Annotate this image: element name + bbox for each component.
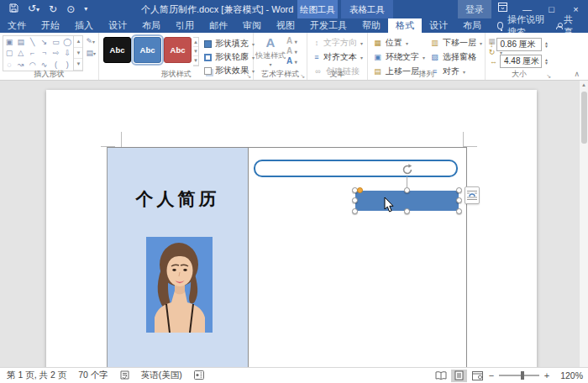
zoom-slider[interactable] xyxy=(499,375,539,376)
shape-item[interactable]: ⇨ xyxy=(50,48,62,60)
zoom-slider-thumb[interactable] xyxy=(521,371,524,380)
tab-references[interactable]: 引用 xyxy=(168,18,202,33)
shape-style-red[interactable]: Abc xyxy=(164,37,192,63)
web-layout-icon[interactable] xyxy=(470,370,486,382)
save-icon[interactable] xyxy=(9,0,18,18)
scroll-down-icon[interactable]: ▼ xyxy=(193,47,198,56)
macro-recording-icon[interactable] xyxy=(194,370,203,380)
resume-table[interactable]: 个人简历 xyxy=(107,147,467,367)
scroll-down-icon[interactable]: ▼ xyxy=(74,48,82,60)
resize-handle[interactable] xyxy=(456,187,462,193)
zoom-in-button[interactable]: + xyxy=(541,370,553,380)
resume-content-cell[interactable] xyxy=(249,148,466,367)
dialog-launcher-icon[interactable]: ↘ xyxy=(300,73,305,80)
share-button[interactable]: 共享 xyxy=(556,18,588,33)
tab-home[interactable]: 开始 xyxy=(34,18,67,33)
sign-in-button[interactable]: 登录 xyxy=(458,0,491,18)
shape-style-blue-selected[interactable]: Abc xyxy=(134,37,161,63)
rounded-rectangle-shape[interactable] xyxy=(254,160,458,177)
scroll-up-icon[interactable]: ▲ xyxy=(580,81,588,90)
group-text: ↕文字方向▾ ≡对齐文本▾ ∞创建链接 文本 xyxy=(307,33,368,80)
text-outline-button[interactable]: A ▾ xyxy=(286,46,297,55)
tab-review[interactable]: 审阅 xyxy=(235,18,269,33)
shape-height-input[interactable]: 0.86 厘米 xyxy=(496,38,543,51)
tab-help[interactable]: 帮助 xyxy=(354,18,388,33)
align-text-button[interactable]: ≡对齐文本▾ xyxy=(313,51,363,63)
gallery-more-icon[interactable]: ▼ xyxy=(193,56,198,66)
id-photo[interactable] xyxy=(146,237,213,333)
shape-fill-button[interactable]: 形状填充▾ xyxy=(204,38,255,50)
touch-mouse-mode-icon[interactable]: ⊙ xyxy=(66,0,75,18)
scroll-up-icon[interactable]: ▲ xyxy=(74,36,82,48)
resume-sidebar-cell[interactable]: 个人简历 xyxy=(108,148,249,367)
tab-insert[interactable]: 插入 xyxy=(67,18,101,33)
text-box-icon[interactable]: ▤▾ xyxy=(86,49,96,57)
customize-qat-icon[interactable]: ▾ xyxy=(84,0,87,18)
tab-layout[interactable]: 布局 xyxy=(134,18,168,33)
shape-outline-icon xyxy=(204,54,212,61)
shape-item[interactable]: ▣ xyxy=(3,36,15,48)
width-spinner[interactable]: ▲▼ xyxy=(544,58,549,65)
shape-outline-button[interactable]: 形状轮廓▾ xyxy=(204,51,255,63)
resize-handle[interactable] xyxy=(456,197,462,203)
tab-format-active[interactable]: 格式 xyxy=(388,18,422,33)
shape-item[interactable]: ◯ xyxy=(61,36,73,48)
height-spinner[interactable]: ▲▼ xyxy=(544,41,549,48)
tab-developer[interactable]: 开发工具 xyxy=(302,18,354,33)
page-number-indicator[interactable]: 第 1 页, 共 2 页 xyxy=(7,370,66,381)
shape-item[interactable]: ⌐ xyxy=(27,48,39,60)
tab-mailings[interactable]: 邮件 xyxy=(202,18,235,33)
edit-shape-icon[interactable]: ✎▾ xyxy=(86,37,96,45)
shape-item[interactable]: ╲ xyxy=(27,36,39,48)
print-layout-icon[interactable] xyxy=(451,370,467,382)
vertical-scrollbar[interactable]: ▲ xyxy=(579,81,588,367)
redo-button[interactable]: ↻ xyxy=(49,0,57,18)
rotate-handle-icon[interactable] xyxy=(401,163,414,176)
shape-item[interactable]: ▤ xyxy=(15,36,27,48)
resize-handle[interactable] xyxy=(404,187,410,193)
resize-handle[interactable] xyxy=(456,208,462,214)
adjust-handle[interactable] xyxy=(357,187,363,193)
resize-handle[interactable] xyxy=(352,197,358,203)
selection-pane-button[interactable]: ▨选择窗格 xyxy=(430,51,482,63)
zoom-out-button[interactable]: − xyxy=(486,370,497,380)
position-button[interactable]: ▦位置▾ xyxy=(373,37,425,49)
resize-handle[interactable] xyxy=(352,208,358,214)
tab-file[interactable]: 文件 xyxy=(0,18,34,33)
shape-width-input[interactable]: 4.48 厘米 xyxy=(500,55,542,68)
tab-table-layout[interactable]: 布局 xyxy=(455,18,489,33)
document-page[interactable]: 个人简历 xyxy=(46,90,537,367)
text-effects-button[interactable]: A ▾ xyxy=(286,56,297,66)
layout-options-button[interactable] xyxy=(465,186,480,204)
shape-item[interactable]: ¬ xyxy=(39,48,50,60)
scroll-up-icon[interactable]: ▲ xyxy=(193,38,198,47)
undo-button[interactable]: ↺▾ xyxy=(28,0,39,19)
selected-rectangle-shape[interactable] xyxy=(355,191,459,211)
resize-handle[interactable] xyxy=(404,208,410,214)
shape-item[interactable]: ⇩ xyxy=(61,48,73,60)
dialog-launcher-icon[interactable]: ↘ xyxy=(246,73,251,80)
lightbulb-icon xyxy=(497,22,503,29)
shape-item[interactable]: ▢ xyxy=(3,48,15,60)
tab-design[interactable]: 设计 xyxy=(101,18,134,33)
wrap-text-button[interactable]: ▣环绕文字▾ xyxy=(373,51,425,63)
dialog-launcher-icon[interactable]: ↘ xyxy=(546,73,551,80)
text-direction-button[interactable]: ↕文字方向▾ xyxy=(313,37,363,49)
word-count-indicator[interactable]: 70 个字 xyxy=(78,370,108,381)
proofing-status-icon[interactable] xyxy=(120,370,129,380)
send-backward-button[interactable]: ▥下移一层▾ xyxy=(430,37,482,49)
tab-view[interactable]: 视图 xyxy=(269,18,302,33)
collapse-ribbon-icon[interactable]: ∧ xyxy=(574,70,580,78)
shape-item[interactable]: ▭ xyxy=(50,36,62,48)
shape-item[interactable]: ↘ xyxy=(39,36,50,48)
shape-item[interactable]: △ xyxy=(15,48,27,60)
tell-me-search[interactable]: 操作说明搜索 xyxy=(489,18,556,33)
text-fill-button[interactable]: A ▾ xyxy=(286,36,297,45)
shape-style-black[interactable]: Abc xyxy=(103,37,131,63)
language-indicator[interactable]: 英语(美国) xyxy=(141,370,182,381)
tab-table-design[interactable]: 设计 xyxy=(422,18,455,33)
read-mode-icon[interactable] xyxy=(433,370,449,382)
scrollbar-thumb[interactable] xyxy=(581,92,587,144)
quick-styles-button[interactable]: A 快速样式 ▾ xyxy=(256,35,285,67)
zoom-level-indicator[interactable]: 120% xyxy=(553,370,583,380)
